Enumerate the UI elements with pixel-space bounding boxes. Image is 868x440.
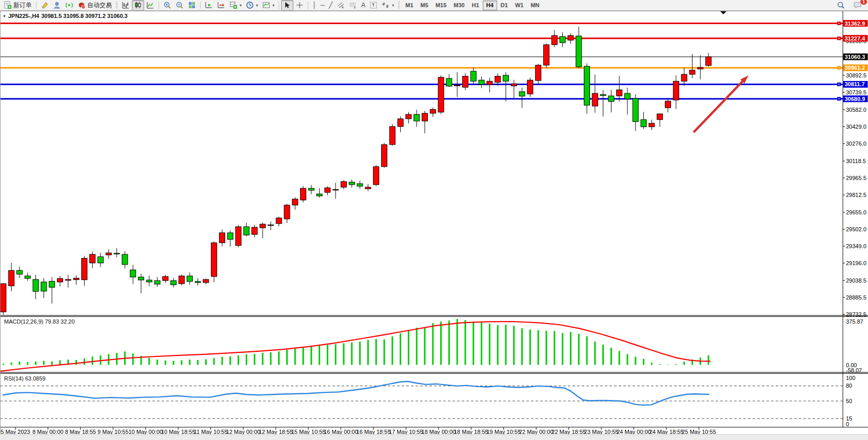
chart-shift-button[interactable] bbox=[215, 0, 227, 11]
candle-body bbox=[139, 277, 144, 280]
styler-icon bbox=[41, 1, 49, 9]
new-chart-button[interactable]: ▾ bbox=[227, 0, 244, 11]
chart-shift-icon bbox=[217, 1, 225, 9]
signals-button[interactable] bbox=[63, 0, 75, 11]
candle-body bbox=[268, 225, 273, 226]
auto-scroll-button[interactable] bbox=[203, 0, 215, 11]
candle-body bbox=[90, 254, 95, 263]
bar-chart-button[interactable] bbox=[120, 0, 132, 11]
candle-body bbox=[235, 227, 241, 246]
candle-body bbox=[33, 279, 38, 291]
trendline-button[interactable]: ╱ bbox=[327, 0, 334, 11]
equidistant-channel-icon: E bbox=[337, 1, 345, 9]
chart-canvas[interactable]: 31356.031203.031049.530892.530739.530582… bbox=[0, 11, 868, 440]
macd-axis-label: 375.87 bbox=[846, 318, 863, 325]
chart-area[interactable]: 31356.031203.031049.530892.530739.530582… bbox=[0, 11, 868, 440]
timeframe-m15[interactable]: M15 bbox=[432, 1, 450, 10]
candle-body bbox=[422, 113, 428, 121]
candle-body bbox=[17, 270, 23, 274]
timeframe-mn[interactable]: MN bbox=[527, 1, 543, 10]
crosshair-button[interactable] bbox=[293, 0, 306, 11]
date-tick-label: 18 May 00:00 bbox=[422, 429, 456, 435]
chevron-down-icon: ▾ bbox=[240, 3, 242, 8]
vertical-line-button[interactable]: │ bbox=[310, 0, 319, 11]
candle-body bbox=[455, 85, 460, 86]
new-order-label: 新订单 bbox=[13, 1, 32, 10]
candlestick-chart-button[interactable] bbox=[132, 0, 144, 11]
separator bbox=[116, 2, 117, 9]
candle-body bbox=[479, 80, 484, 85]
timeframe-m5[interactable]: M5 bbox=[417, 1, 432, 10]
price-tick-label: 30892.5 bbox=[846, 72, 866, 78]
timeframe-d1[interactable]: D1 bbox=[497, 1, 511, 10]
candle-body bbox=[301, 188, 306, 200]
zoom-in-button[interactable] bbox=[161, 0, 173, 11]
auto-scroll-icon bbox=[205, 1, 213, 9]
candle-body bbox=[317, 194, 322, 196]
candle-body bbox=[665, 101, 671, 108]
price-tick-label: 29502.0 bbox=[846, 226, 866, 232]
zoom-out-button[interactable] bbox=[173, 0, 186, 11]
horizontal-line-button[interactable]: ─ bbox=[319, 0, 327, 11]
auto-trading-button[interactable]: 自动交易 bbox=[75, 0, 114, 11]
candle-body bbox=[519, 92, 525, 96]
date-tick-label: 12 May 18:55 bbox=[259, 429, 293, 435]
search-button[interactable] bbox=[835, 0, 847, 11]
arrows-icon bbox=[382, 1, 390, 9]
new-order-button[interactable]: 新订单 bbox=[2, 0, 34, 11]
timeframe-h4[interactable]: H4 bbox=[483, 1, 497, 10]
text-label-icon: T bbox=[369, 1, 378, 9]
candle-body bbox=[681, 74, 687, 81]
candle-body bbox=[98, 257, 104, 263]
date-tick-label: 8 May 18:55 bbox=[65, 429, 96, 435]
candle-body bbox=[284, 205, 290, 219]
price-tick-label: 30276.0 bbox=[846, 141, 866, 147]
text-icon: A bbox=[361, 2, 365, 9]
community-button[interactable] bbox=[51, 0, 63, 11]
candle-body bbox=[608, 96, 614, 102]
candle-body bbox=[470, 71, 476, 81]
chat-button[interactable]: 1 bbox=[851, 0, 864, 11]
date-tick-label: 16 May 18:55 bbox=[357, 429, 391, 435]
zoom-in-icon bbox=[163, 1, 171, 9]
candle-body bbox=[544, 45, 549, 65]
indicators-icon bbox=[262, 1, 270, 9]
candle-body bbox=[382, 145, 387, 167]
styler-button[interactable] bbox=[38, 0, 51, 11]
text-button[interactable]: A bbox=[359, 0, 367, 11]
timeframe-w1[interactable]: W1 bbox=[511, 1, 527, 10]
candle-body bbox=[551, 35, 557, 45]
candle-body bbox=[82, 258, 87, 280]
text-label-button[interactable]: T bbox=[367, 0, 380, 11]
candle-body bbox=[706, 57, 712, 66]
tile-windows-icon bbox=[188, 1, 196, 9]
candle-body bbox=[227, 233, 233, 239]
separator bbox=[398, 2, 400, 9]
arrows-tool-button[interactable]: ▾ bbox=[380, 0, 396, 11]
candle-body bbox=[325, 188, 330, 192]
fibonacci-button[interactable]: F bbox=[347, 0, 359, 11]
price-tick-label: 29812.5 bbox=[846, 192, 866, 198]
candle-body bbox=[260, 224, 266, 228]
bottom-strip bbox=[0, 434, 868, 440]
date-tick-label: 17 May 10:55 bbox=[389, 429, 423, 435]
timeframe-m30[interactable]: M30 bbox=[450, 1, 468, 10]
indicators-button[interactable]: ▾ bbox=[260, 0, 277, 11]
timeframe-m1[interactable]: M1 bbox=[402, 1, 417, 10]
candle-body bbox=[122, 254, 128, 265]
rsi-axis-label: 100 bbox=[846, 375, 855, 381]
cursor-button[interactable] bbox=[281, 0, 293, 11]
price-tick-label: 30118.5 bbox=[846, 158, 866, 164]
tile-windows-button[interactable] bbox=[186, 0, 198, 11]
candle-body bbox=[568, 35, 574, 40]
candle-body bbox=[503, 75, 509, 81]
price-line-badge-label: 30811.7 bbox=[845, 81, 865, 87]
line-chart-button[interactable] bbox=[144, 0, 156, 11]
timeframe-h1[interactable]: H1 bbox=[468, 1, 483, 10]
equidistant-channel-button[interactable]: E bbox=[334, 0, 347, 11]
candle-body bbox=[154, 281, 160, 284]
periods-button[interactable]: ▾ bbox=[244, 0, 260, 11]
separator bbox=[200, 2, 201, 9]
candle-body bbox=[536, 65, 541, 81]
candle-body bbox=[333, 189, 339, 190]
